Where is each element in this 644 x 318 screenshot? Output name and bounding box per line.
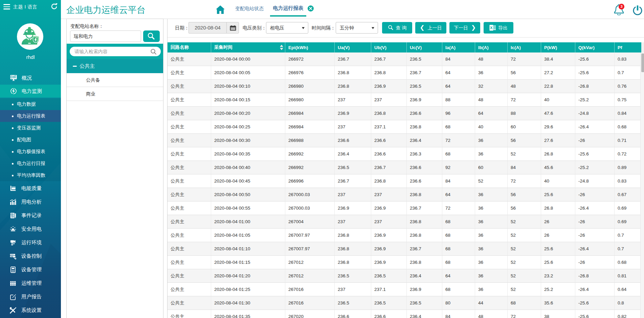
svg-text:X: X (490, 26, 493, 30)
